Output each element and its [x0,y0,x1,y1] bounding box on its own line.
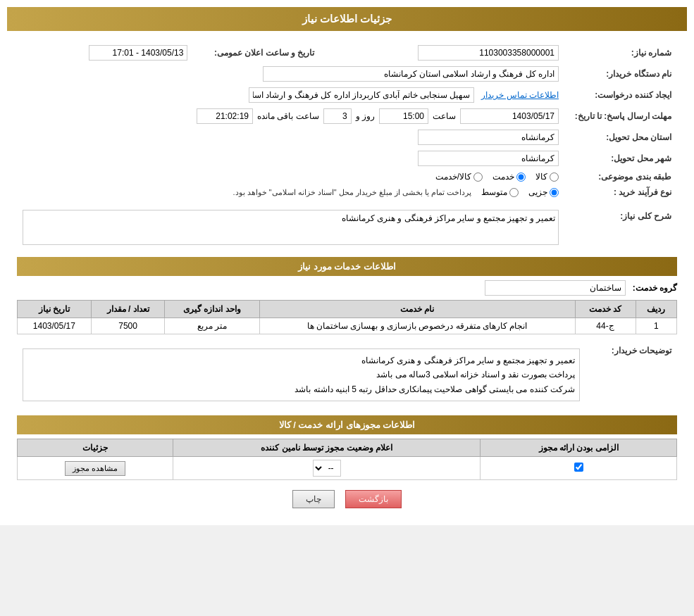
category-radio-kala[interactable]: کالا [535,172,559,182]
date-label: تاریخ و ساعت اعلان عمومی: [214,48,314,58]
buyer-notes-box: تعمیر و تجهیز مجتمع و سایر مراکز فرهنگی … [23,348,580,401]
deadline-time-input[interactable] [379,108,428,124]
deadline-days-input[interactable] [323,108,352,124]
deadline-label: مهلت ارسال پاسخ: تا تاریخ: [564,106,677,127]
cell-required [481,457,677,480]
col-details: جزئیات [18,439,173,457]
buyer-notes-label: توضیحات خریدار: [585,341,677,408]
creator-label: ایجاد کننده درخواست: [564,84,677,106]
buyer-org-input[interactable] [263,66,559,82]
table-row: 1 ج-44 انجام کارهای متفرقه درخصوص بازساز… [18,318,677,334]
services-table: ردیف کد خدمت نام خدمت واحد اندازه گیری ت… [17,300,677,334]
service-group-label: گروه خدمت: [633,283,677,293]
cell-qty: 7500 [91,318,165,334]
cell-date: 1403/05/17 [18,318,92,334]
city-label: شهر محل تحویل: [564,148,677,169]
buyer-note-line: پرداخت بصورت نقد و اسناد خزانه اسلامی 3س… [27,367,575,382]
category-label: طبقه بندی موضوعی: [564,169,677,184]
buyer-org-label: نام دستگاه خریدار: [564,63,677,84]
need-number-label: شماره نیاز: [564,42,677,63]
cell-status[interactable]: -- [173,457,480,480]
purchase-type-label: نوع فرآیند خرید : [564,184,677,200]
need-desc-label: شرح کلی نیاز: [564,207,677,250]
cell-details[interactable]: مشاهده مجوز [18,457,173,480]
table-row: -- مشاهده مجوز [18,457,677,480]
view-license-button[interactable]: مشاهده مجوز [65,461,125,476]
buyer-note-line: شرکت کننده می بایستی گواهی صلاحیت پیمانک… [27,382,575,396]
col-required: الزامی بودن ارائه مجوز [481,439,677,457]
col-qty: تعداد / مقدار [91,301,165,318]
back-button[interactable]: بازگشت [345,490,402,508]
licenses-section-title: اطلاعات مجوزهای ارائه خدمت / کالا [17,415,677,434]
col-date: تاریخ نیاز [18,301,92,318]
print-button[interactable]: چاپ [292,490,335,508]
required-checkbox[interactable] [574,463,583,472]
col-status: اعلام وضعیت مجوز توسط نامین کننده [173,439,480,457]
creator-input[interactable] [249,87,474,103]
buyer-note-line: تعمیر و تجهیز مجتمع و سایر مراکز فرهنگی … [27,353,575,367]
page-title: جزئیات اطلاعات نیاز [7,7,687,31]
cell-unit: متر مربع [165,318,259,334]
deadline-day-label: روز و [356,111,375,121]
province-label: استان محل تحویل: [564,127,677,148]
need-number-input[interactable] [418,45,559,61]
col-unit: واحد اندازه گیری [165,301,259,318]
col-name: نام خدمت [259,301,575,318]
city-input[interactable] [418,151,559,166]
province-input[interactable] [418,130,559,145]
purchase-type-jozi[interactable]: جزیی [528,187,559,197]
services-section-title: اطلاعات خدمات مورد نیاز [17,257,677,276]
deadline-remaining-label: ساعت باقی مانده [257,111,319,121]
cell-code: ج-44 [575,318,636,334]
contact-link[interactable]: اطلاعات تماس خریدار [481,90,559,100]
status-select[interactable]: -- [313,460,341,477]
col-row: ردیف [636,301,676,318]
cell-name: انجام کارهای متفرقه درخصوص بازسازی و بهس… [259,318,575,334]
purchase-type-motaset[interactable]: متوسط [481,187,519,197]
date-input[interactable] [89,45,187,61]
purchase-note: پرداخت تمام یا بخشی از مبلغ خریدار محل "… [233,188,471,197]
need-desc-textarea[interactable]: تعمیر و تجهیز مجتمع و سایر مراکز فرهنگی … [23,210,559,245]
col-code: کد خدمت [575,301,636,318]
footer-buttons: بازگشت چاپ [17,480,677,514]
cell-row: 1 [636,318,676,334]
category-radio-kala-khedmat[interactable]: کالا/خدمت [435,172,483,182]
deadline-date-input[interactable] [460,108,559,124]
deadline-remaining-input[interactable] [197,108,253,124]
deadline-time-label: ساعت [433,111,456,121]
service-group-input[interactable] [485,280,626,296]
category-radio-khedmat[interactable]: خدمت [492,172,526,182]
licenses-table: الزامی بودن ارائه مجوز اعلام وضعیت مجوز … [17,439,677,480]
